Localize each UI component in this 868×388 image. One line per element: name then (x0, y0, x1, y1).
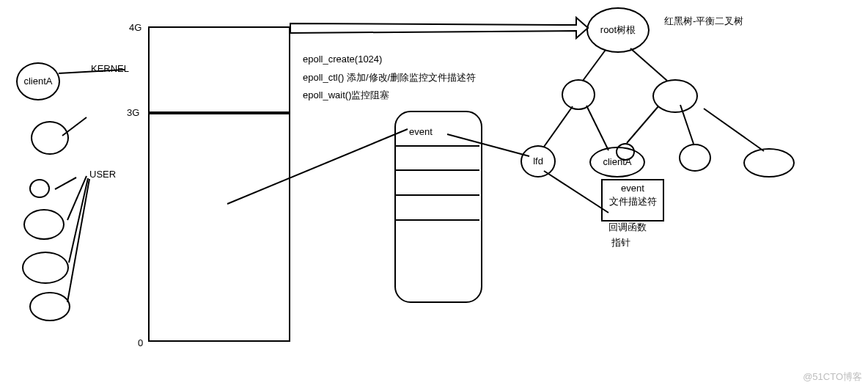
svg-line-14 (544, 106, 573, 147)
client-ellipse-3-small (29, 179, 50, 198)
svg-line-7 (69, 178, 88, 263)
epoll-ctl-text: epoll_ctl() 添加/修改/删除监控文件描述符 (303, 71, 476, 84)
event-queue-box (394, 111, 482, 303)
label-0: 0 (138, 337, 143, 348)
tree-lfd-label: lfd (533, 155, 543, 166)
svg-line-9 (55, 177, 76, 189)
event-detail-box: event 文件描述符 (601, 179, 664, 222)
tree-node-rm (679, 144, 711, 172)
tree-node-l (562, 79, 595, 110)
svg-line-18 (627, 106, 658, 143)
svg-line-8 (67, 179, 89, 302)
client-ellipse-6 (29, 292, 70, 321)
epoll-wait-text: epoll_wait()监控阻塞 (303, 89, 389, 102)
tree-title-label: 红黑树-平衡二叉树 (664, 15, 743, 28)
client-a-label: clientA (23, 76, 52, 87)
event-detail-cb: 回调函数 (608, 221, 647, 234)
queue-event-label: event (409, 126, 433, 137)
watermark-text: @51CTO博客 (803, 370, 862, 384)
client-ellipse-4 (23, 209, 65, 240)
event-detail-fd: 文件描述符 (609, 196, 657, 207)
tree-root-label: root树根 (600, 24, 636, 35)
client-ellipse-a: clientA (16, 62, 60, 100)
label-4g: 4G (129, 22, 141, 33)
event-detail-event: event (621, 183, 644, 194)
label-user: USER (89, 169, 116, 180)
svg-line-16 (544, 171, 608, 213)
svg-line-17 (630, 48, 667, 81)
label-kernel: KERNEL (91, 63, 129, 74)
label-3g: 3G (127, 107, 139, 118)
svg-line-13 (583, 50, 606, 81)
event-detail-ptr: 指针 (611, 236, 630, 249)
tree-root-node: root树根 (586, 7, 650, 53)
svg-line-20 (704, 109, 764, 151)
svg-line-15 (586, 106, 608, 150)
client-ellipse-2 (31, 121, 69, 155)
epoll-create-text: epoll_create(1024) (303, 54, 382, 65)
tree-node-rl-small (616, 143, 635, 161)
svg-marker-10 (290, 18, 588, 38)
client-ellipse-5 (22, 252, 69, 284)
memory-user-section (148, 111, 290, 342)
tree-node-rr (743, 148, 795, 177)
tree-node-lfd: lfd (521, 145, 556, 177)
memory-kernel-section (148, 26, 290, 114)
svg-line-6 (67, 176, 87, 220)
tree-node-r (652, 79, 698, 113)
